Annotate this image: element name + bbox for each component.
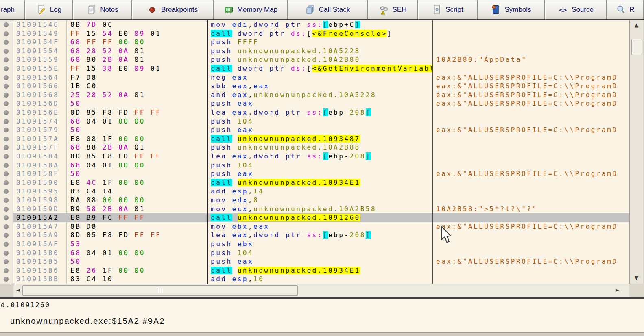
status-panel: d.01091260 unknownunpacked.exe:$15A2 #9A… [0, 299, 644, 332]
tab-script[interactable]: Script [418, 0, 478, 19]
disassembly-view[interactable]: 010915468B 7D 0Cmov edi,dword ptr ss:[eb… [13, 20, 629, 284]
address-cell: 010915A9 [13, 231, 66, 240]
tab-log[interactable]: Log [25, 0, 73, 19]
breakpoint-dot[interactable] [4, 233, 9, 238]
breakpoint-dot[interactable] [4, 40, 9, 45]
scroll-up-button[interactable]: ▲ [630, 22, 643, 28]
disasm-row[interactable]: 010915B550push eaxeax:&"ALLUSERSPROFILE=… [13, 257, 629, 266]
tab-seh[interactable]: SEH [368, 0, 418, 19]
tab-graph[interactable]: raph [0, 0, 25, 19]
breakpoint-dot[interactable] [4, 242, 9, 247]
breakpoint-dot[interactable] [4, 171, 9, 176]
tab-source[interactable]: <>Source [545, 0, 607, 19]
disasm-row[interactable]: 0109159DB9 58 2B 0A 01mov ecx,unknownunp… [13, 205, 629, 214]
disasm-row[interactable]: 010915468B 7D 0Cmov edi,dword ptr ss:[eb… [13, 20, 629, 29]
disasm-row[interactable]: 0109154F68 FF FF 00 00push FFFF [13, 38, 629, 47]
breakpoint-dot[interactable] [4, 31, 9, 36]
disasm-row[interactable]: 010915A78B D8mov ebx,eaxeax:&"ALLUSERSPR… [13, 222, 629, 231]
scroll-left-button[interactable]: ◄ [16, 287, 20, 293]
scroll-down-button[interactable]: ▼ [630, 275, 643, 281]
bytes-cell: 68 04 01 00 00 [66, 249, 207, 258]
source-icon: <> [558, 4, 568, 15]
breakpoint-dot[interactable] [4, 57, 9, 62]
tab-memory-map[interactable]: Memory Map [214, 0, 288, 19]
breakpoint-dot[interactable] [4, 93, 9, 98]
breakpoint-dot[interactable] [4, 180, 9, 185]
breakpoint-dot[interactable] [4, 277, 9, 282]
tab-notes[interactable]: Notes [73, 0, 132, 19]
disasm-row[interactable]: 0109156D50push eaxeax:&"ALLUSERSPROFILE=… [13, 99, 629, 108]
disasm-row[interactable]: 010915B6E8 26 1F 00 00call unknownunpack… [13, 266, 629, 275]
breakpoint-dot[interactable] [4, 119, 9, 124]
breakpoint-gutter[interactable] [0, 20, 13, 284]
vertical-scrollbar[interactable]: ▲ ▼ [629, 20, 643, 284]
disasm-row[interactable]: 0109156E8D 85 F8 FD FF FFlea eax,dword p… [13, 108, 629, 117]
tab-call-stack[interactable]: Call Stack [288, 0, 368, 19]
breakpoint-dot[interactable] [4, 215, 9, 220]
disasm-row[interactable]: 0109157950push eaxeax:&"ALLUSERSPROFILE=… [13, 126, 629, 134]
disasm-row[interactable]: 0109155EFF 15 38 E0 09 01call dword ptr … [13, 64, 629, 73]
address-cell: 0109158A [13, 161, 66, 170]
instruction-cell: neg eax [207, 73, 432, 82]
breakpoint-dot[interactable] [4, 198, 9, 203]
disasm-row[interactable]: 0109159583 C4 14add esp,14 [13, 187, 629, 196]
column-separator-disasm-comment [432, 20, 433, 284]
disasm-row[interactable]: 010915848D 85 F8 FD FF FFlea eax,dword p… [13, 152, 629, 161]
breakpoint-dot[interactable] [4, 110, 9, 115]
vertical-scroll-thumb[interactable] [631, 39, 642, 55]
breakpoint-dot[interactable] [4, 49, 9, 54]
disasm-row[interactable]: 01091549FF 15 54 E0 09 01call dword ptr … [13, 29, 629, 38]
tab-symbols[interactable]: Symbols [478, 0, 545, 19]
disasm-row[interactable]: 01091564F7 D8neg eaxeax:&"ALLUSERSPROFIL… [13, 73, 629, 82]
bytes-cell: 53 [66, 240, 207, 249]
tab-breakpoints[interactable]: Breakpoints [132, 0, 214, 19]
disasm-row[interactable]: 010915A98D 85 F8 FD FF FFlea eax,dword p… [13, 231, 629, 240]
horizontal-scroll-thumb[interactable] [22, 285, 298, 296]
disasm-row[interactable]: 010915B068 04 01 00 00push 104 [13, 249, 629, 258]
breakpoint-dot[interactable] [4, 268, 9, 273]
breakpoint-dot[interactable] [4, 145, 9, 150]
breakpoint-dot[interactable] [4, 84, 9, 89]
disasm-row[interactable]: 0109155968 80 2B 0A 01push unknownunpack… [13, 55, 629, 64]
disasm-row[interactable]: 0109158A68 04 01 00 00push 104 [13, 161, 629, 170]
disasm-row[interactable]: 0109157468 04 01 00 00push 104 [13, 117, 629, 126]
breakpoint-dot[interactable] [4, 66, 9, 71]
breakpoint-dot[interactable] [4, 207, 9, 212]
disasm-row-selected[interactable]: 010915A2E8 B9 FC FF FFcall unknownunpack… [13, 213, 629, 222]
disasm-row[interactable]: 010915AF53push ebx [13, 240, 629, 249]
address-cell: 01091584 [13, 152, 66, 161]
breakpoint-dot[interactable] [4, 163, 9, 168]
address-cell: 01091549 [13, 29, 66, 38]
disasm-row[interactable]: 0109158F50push eaxeax:&"ALLUSERSPROFILE=… [13, 169, 629, 178]
disasm-row[interactable]: 010915BB83 C4 10add esp,10 [13, 275, 629, 284]
breakpoint-dot[interactable] [4, 128, 9, 132]
scroll-thumb-grip [158, 288, 163, 293]
breakpoint-dot[interactable] [4, 251, 9, 256]
address-cell: 0109159D [13, 205, 66, 214]
address-cell: 0109158F [13, 169, 66, 178]
disasm-row[interactable]: 01091598BA 08 00 00 00mov edx,8 [13, 196, 629, 205]
breakpoint-dot[interactable] [4, 101, 9, 106]
breakpoint-dot[interactable] [4, 189, 9, 194]
breakpoint-dot[interactable] [4, 22, 9, 27]
disasm-row[interactable]: 0109155468 28 52 0A 01push unknownunpack… [13, 47, 629, 56]
instruction-cell: push eax [207, 169, 432, 178]
disasm-row[interactable]: 0109157F68 88 2B 0A 01push unknownunpack… [13, 143, 629, 152]
disasm-row[interactable]: 0109156825 28 52 0A 01and eax,unknownunp… [13, 91, 629, 100]
tab-label: Source [572, 6, 594, 14]
scroll-right-button[interactable]: ► [616, 287, 620, 293]
breakpoint-dot[interactable] [4, 75, 9, 80]
breakpoint-dot[interactable] [4, 224, 9, 229]
comment-cell [432, 240, 629, 249]
disasm-row[interactable]: 01091590E8 4C 1F 00 00call unknownunpack… [13, 178, 629, 187]
bytes-cell: 8D 85 F8 FD FF FF [66, 108, 207, 117]
horizontal-scrollbar[interactable]: ◄ ► [13, 284, 629, 297]
address-cell: 01091598 [13, 196, 66, 205]
breakpoint-dot[interactable] [4, 259, 9, 264]
address-cell: 01091564 [13, 73, 66, 82]
tab-references[interactable]: R [607, 0, 644, 19]
breakpoint-dot[interactable] [4, 154, 9, 159]
disasm-row[interactable]: 0109157AE8 08 1F 00 00call unknownunpack… [13, 134, 629, 143]
breakpoint-dot[interactable] [4, 137, 9, 141]
disasm-row[interactable]: 010915661B C0sbb eax,eaxeax:&"ALLUSERSPR… [13, 82, 629, 91]
